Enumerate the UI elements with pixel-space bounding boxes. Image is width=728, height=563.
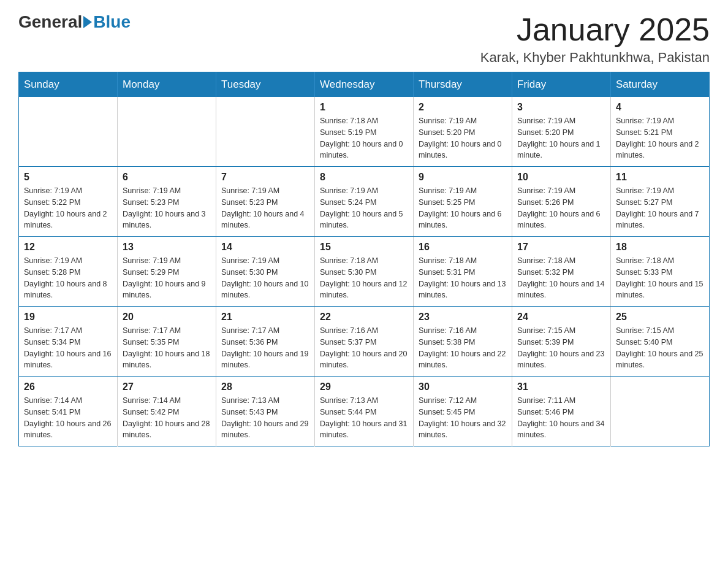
day-number: 12 (24, 242, 112, 253)
day-info: Sunrise: 7:18 AMSunset: 5:32 PMDaylight:… (517, 255, 605, 301)
day-info: Sunrise: 7:13 AMSunset: 5:44 PMDaylight:… (320, 395, 408, 441)
calendar-cell: 18Sunrise: 7:18 AMSunset: 5:33 PMDayligh… (611, 237, 710, 307)
calendar-week-row: 12Sunrise: 7:19 AMSunset: 5:28 PMDayligh… (19, 237, 710, 307)
day-info: Sunrise: 7:19 AMSunset: 5:28 PMDaylight:… (24, 255, 112, 301)
calendar-cell: 19Sunrise: 7:17 AMSunset: 5:34 PMDayligh… (19, 307, 118, 377)
day-number: 21 (221, 312, 309, 323)
calendar-header-tuesday: Tuesday (216, 72, 315, 98)
calendar-cell: 17Sunrise: 7:18 AMSunset: 5:32 PMDayligh… (512, 237, 611, 307)
calendar-cell: 4Sunrise: 7:19 AMSunset: 5:21 PMDaylight… (611, 97, 710, 167)
calendar-cell: 29Sunrise: 7:13 AMSunset: 5:44 PMDayligh… (315, 377, 414, 446)
day-info: Sunrise: 7:19 AMSunset: 5:29 PMDaylight:… (123, 255, 211, 301)
day-number: 16 (419, 242, 507, 253)
day-number: 5 (24, 172, 112, 183)
day-number: 4 (616, 102, 704, 113)
day-info: Sunrise: 7:19 AMSunset: 5:22 PMDaylight:… (24, 185, 112, 231)
day-number: 22 (320, 312, 408, 323)
logo-general-text: General (18, 12, 82, 32)
day-info: Sunrise: 7:17 AMSunset: 5:36 PMDaylight:… (221, 325, 309, 371)
day-number: 18 (616, 242, 704, 253)
day-info: Sunrise: 7:13 AMSunset: 5:43 PMDaylight:… (221, 395, 309, 441)
day-info: Sunrise: 7:17 AMSunset: 5:35 PMDaylight:… (123, 325, 211, 371)
day-number: 25 (616, 312, 704, 323)
logo-blue-text: Blue (93, 12, 131, 32)
day-info: Sunrise: 7:19 AMSunset: 5:26 PMDaylight:… (517, 185, 605, 231)
calendar-table: SundayMondayTuesdayWednesdayThursdayFrid… (18, 72, 710, 446)
calendar-cell: 7Sunrise: 7:19 AMSunset: 5:23 PMDaylight… (216, 167, 315, 237)
calendar-cell: 26Sunrise: 7:14 AMSunset: 5:41 PMDayligh… (19, 377, 118, 446)
day-number: 27 (123, 381, 211, 393)
calendar-cell (19, 97, 118, 167)
day-number: 28 (221, 381, 309, 393)
calendar-cell: 23Sunrise: 7:16 AMSunset: 5:38 PMDayligh… (414, 307, 512, 377)
calendar-cell: 22Sunrise: 7:16 AMSunset: 5:37 PMDayligh… (315, 307, 414, 377)
day-number: 19 (24, 312, 112, 323)
calendar-cell: 2Sunrise: 7:19 AMSunset: 5:20 PMDaylight… (414, 97, 512, 167)
calendar-cell: 5Sunrise: 7:19 AMSunset: 5:22 PMDaylight… (19, 167, 118, 237)
calendar-week-row: 1Sunrise: 7:18 AMSunset: 5:19 PMDaylight… (19, 97, 710, 167)
day-number: 1 (320, 102, 408, 113)
day-number: 7 (221, 172, 309, 183)
calendar-cell: 6Sunrise: 7:19 AMSunset: 5:23 PMDaylight… (118, 167, 216, 237)
calendar-cell: 25Sunrise: 7:15 AMSunset: 5:40 PMDayligh… (611, 307, 710, 377)
page-subtitle: Karak, Khyber Pakhtunkhwa, Pakistan (480, 50, 710, 66)
calendar-cell: 21Sunrise: 7:17 AMSunset: 5:36 PMDayligh… (216, 307, 315, 377)
calendar-cell: 31Sunrise: 7:11 AMSunset: 5:46 PMDayligh… (512, 377, 611, 446)
day-number: 2 (419, 102, 507, 113)
day-number: 31 (517, 381, 605, 393)
day-number: 3 (517, 102, 605, 113)
calendar-cell (216, 97, 315, 167)
day-info: Sunrise: 7:19 AMSunset: 5:21 PMDaylight:… (616, 115, 704, 161)
day-number: 9 (419, 172, 507, 183)
calendar-cell: 8Sunrise: 7:19 AMSunset: 5:24 PMDaylight… (315, 167, 414, 237)
calendar-header-friday: Friday (512, 72, 611, 98)
calendar-cell: 15Sunrise: 7:18 AMSunset: 5:30 PMDayligh… (315, 237, 414, 307)
page-title: January 2025 (480, 12, 710, 47)
day-number: 6 (123, 172, 211, 183)
calendar-header-thursday: Thursday (414, 72, 512, 98)
day-info: Sunrise: 7:16 AMSunset: 5:38 PMDaylight:… (419, 325, 507, 371)
calendar-header-sunday: Sunday (19, 72, 118, 98)
calendar-header-wednesday: Wednesday (315, 72, 414, 98)
day-number: 17 (517, 242, 605, 253)
day-info: Sunrise: 7:15 AMSunset: 5:39 PMDaylight:… (517, 325, 605, 371)
day-number: 30 (419, 381, 507, 393)
logo: General Blue (18, 12, 131, 32)
day-number: 15 (320, 242, 408, 253)
day-number: 10 (517, 172, 605, 183)
calendar-cell: 16Sunrise: 7:18 AMSunset: 5:31 PMDayligh… (414, 237, 512, 307)
calendar-cell: 1Sunrise: 7:18 AMSunset: 5:19 PMDaylight… (315, 97, 414, 167)
title-block: January 2025 Karak, Khyber Pakhtunkhwa, … (480, 12, 710, 66)
day-info: Sunrise: 7:19 AMSunset: 5:23 PMDaylight:… (123, 185, 211, 231)
calendar-header-monday: Monday (118, 72, 216, 98)
calendar-cell: 24Sunrise: 7:15 AMSunset: 5:39 PMDayligh… (512, 307, 611, 377)
day-info: Sunrise: 7:18 AMSunset: 5:30 PMDaylight:… (320, 255, 408, 301)
day-info: Sunrise: 7:16 AMSunset: 5:37 PMDaylight:… (320, 325, 408, 371)
day-info: Sunrise: 7:11 AMSunset: 5:46 PMDaylight:… (517, 395, 605, 441)
day-info: Sunrise: 7:15 AMSunset: 5:40 PMDaylight:… (616, 325, 704, 371)
calendar-week-row: 26Sunrise: 7:14 AMSunset: 5:41 PMDayligh… (19, 377, 710, 446)
day-info: Sunrise: 7:19 AMSunset: 5:24 PMDaylight:… (320, 185, 408, 231)
calendar-cell: 28Sunrise: 7:13 AMSunset: 5:43 PMDayligh… (216, 377, 315, 446)
calendar-cell: 9Sunrise: 7:19 AMSunset: 5:25 PMDaylight… (414, 167, 512, 237)
day-number: 8 (320, 172, 408, 183)
day-info: Sunrise: 7:19 AMSunset: 5:27 PMDaylight:… (616, 185, 704, 231)
calendar-cell: 14Sunrise: 7:19 AMSunset: 5:30 PMDayligh… (216, 237, 315, 307)
day-number: 13 (123, 242, 211, 253)
day-number: 26 (24, 381, 112, 393)
calendar-cell: 3Sunrise: 7:19 AMSunset: 5:20 PMDaylight… (512, 97, 611, 167)
calendar-header-row: SundayMondayTuesdayWednesdayThursdayFrid… (19, 72, 710, 98)
day-number: 20 (123, 312, 211, 323)
calendar-cell: 13Sunrise: 7:19 AMSunset: 5:29 PMDayligh… (118, 237, 216, 307)
day-number: 14 (221, 242, 309, 253)
logo-arrow-icon (83, 16, 92, 28)
calendar-week-row: 5Sunrise: 7:19 AMSunset: 5:22 PMDaylight… (19, 167, 710, 237)
day-number: 29 (320, 381, 408, 393)
calendar-cell: 10Sunrise: 7:19 AMSunset: 5:26 PMDayligh… (512, 167, 611, 237)
day-number: 23 (419, 312, 507, 323)
calendar-cell: 11Sunrise: 7:19 AMSunset: 5:27 PMDayligh… (611, 167, 710, 237)
day-info: Sunrise: 7:19 AMSunset: 5:30 PMDaylight:… (221, 255, 309, 301)
calendar-cell: 20Sunrise: 7:17 AMSunset: 5:35 PMDayligh… (118, 307, 216, 377)
day-info: Sunrise: 7:18 AMSunset: 5:33 PMDaylight:… (616, 255, 704, 301)
calendar-cell: 12Sunrise: 7:19 AMSunset: 5:28 PMDayligh… (19, 237, 118, 307)
